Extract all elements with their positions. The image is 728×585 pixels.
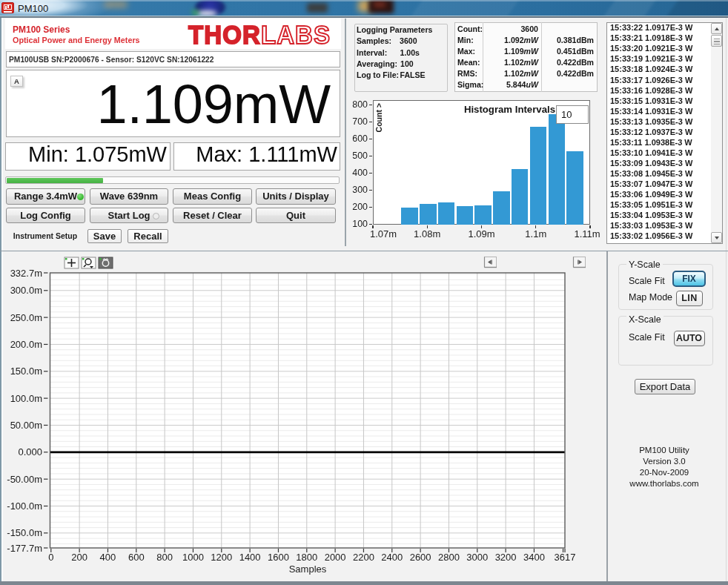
svg-text:50.00m: 50.00m [10, 420, 42, 431]
svg-text:300.0m: 300.0m [10, 285, 42, 296]
svg-text:2800: 2800 [438, 552, 460, 563]
svg-text:400: 400 [100, 552, 116, 563]
svg-text:2000: 2000 [325, 552, 346, 563]
svg-text:250.0m: 250.0m [10, 312, 42, 323]
svg-text:2400: 2400 [381, 552, 403, 563]
svg-text:-100.0m: -100.0m [7, 500, 42, 512]
svg-text:332.7m: 332.7m [10, 268, 42, 279]
svg-text:1600: 1600 [268, 552, 289, 563]
svg-text:2200: 2200 [353, 552, 374, 563]
svg-text:3000: 3000 [466, 552, 488, 563]
svg-text:1400: 1400 [239, 552, 261, 563]
svg-text:1000: 1000 [182, 552, 204, 563]
svg-text:200: 200 [71, 552, 87, 563]
svg-text:2600: 2600 [410, 552, 431, 563]
svg-text:Samples: Samples [289, 563, 327, 575]
svg-text:800: 800 [156, 552, 173, 563]
svg-text:150.0m: 150.0m [10, 366, 42, 377]
svg-text:100.0m: 100.0m [10, 393, 42, 404]
svg-text:1800: 1800 [296, 552, 317, 563]
svg-text:-150.0m: -150.0m [7, 527, 42, 538]
svg-text:3400: 3400 [523, 552, 545, 563]
svg-text:1200: 1200 [211, 552, 232, 563]
svg-text:0: 0 [48, 552, 53, 563]
svg-text:600: 600 [128, 552, 145, 563]
svg-text:-177.7m: -177.7m [7, 543, 42, 554]
svg-text:3617: 3617 [555, 552, 576, 563]
svg-text:200.0m: 200.0m [10, 339, 42, 350]
svg-text:-50.00m: -50.00m [7, 474, 42, 485]
svg-text:3200: 3200 [495, 552, 517, 563]
svg-text:0.000: 0.000 [18, 446, 42, 457]
